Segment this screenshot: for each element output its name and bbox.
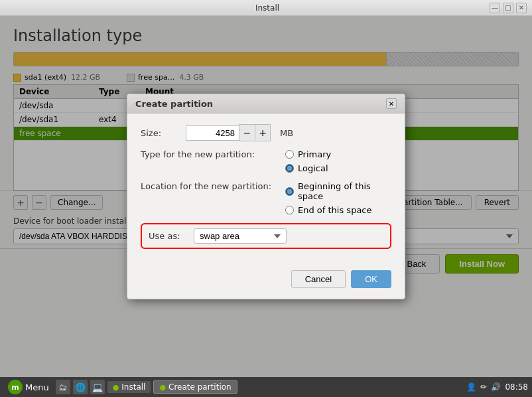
type-label: Type for the new partition:	[141, 149, 273, 159]
taskbar-icon-browser[interactable]: 🌐	[73, 380, 88, 394]
size-unit: MB	[280, 128, 293, 138]
taskbar-app-install[interactable]: ● Install	[107, 381, 151, 393]
taskbar-app-create-partition-label: Create partition	[168, 382, 232, 392]
taskbar-icon-user[interactable]: 👤	[466, 382, 476, 392]
size-input[interactable]	[186, 125, 239, 141]
close-button[interactable]: ✕	[516, 3, 527, 13]
location-beginning-radio[interactable]	[285, 187, 294, 196]
dialog-body: Size: − + MB Type for the new partition:…	[127, 114, 405, 265]
type-primary-option[interactable]: Primary	[285, 149, 331, 159]
type-logical-option[interactable]: Logical	[285, 163, 331, 173]
taskbar-app-install-label: Install	[121, 382, 145, 392]
size-input-group: − +	[186, 124, 271, 141]
type-logical-label: Logical	[298, 163, 328, 173]
menu-label: Menu	[25, 382, 49, 392]
mint-logo: m	[8, 380, 23, 394]
use-as-row: Use as: swap area ext4 ext3 ext2 ntfs Do…	[141, 223, 391, 249]
location-beginning-label: Beginning of this space	[298, 181, 391, 201]
location-row: Location for the new partition: Beginnin…	[141, 181, 391, 215]
taskbar-right: 👤 ✏️ 🔊 08:58	[466, 382, 528, 392]
size-increase-button[interactable]: +	[255, 124, 271, 141]
dialog-buttons: Cancel OK	[127, 265, 405, 299]
cancel-button[interactable]: Cancel	[291, 270, 346, 288]
title-bar: Install — □ ✕	[0, 0, 532, 16]
create-partition-dialog: Create partition ✕ Size: − + MB Type for…	[127, 94, 405, 299]
taskbar-app-create-partition[interactable]: ● Create partition	[153, 380, 237, 394]
taskbar-icon-files[interactable]: 🗂	[56, 380, 70, 394]
window-controls: — □ ✕	[490, 3, 527, 13]
location-label: Location for the new partition:	[141, 181, 273, 191]
location-beginning-option[interactable]: Beginning of this space	[285, 181, 391, 201]
dialog-title-bar: Create partition ✕	[127, 94, 405, 114]
dialog-close-button[interactable]: ✕	[386, 98, 397, 109]
location-end-radio[interactable]	[285, 206, 294, 214]
type-row: Type for the new partition: Primary Logi…	[141, 149, 391, 173]
minimize-button[interactable]: —	[490, 3, 500, 13]
type-primary-radio[interactable]	[285, 150, 294, 159]
type-logical-radio[interactable]	[285, 164, 294, 173]
location-end-option[interactable]: End of this space	[285, 205, 391, 215]
size-decrease-button[interactable]: −	[239, 124, 255, 141]
use-as-select[interactable]: swap area ext4 ext3 ext2 ntfs Do not use	[194, 228, 287, 244]
taskbar-icon-network[interactable]: ✏️	[480, 382, 487, 392]
type-radio-group: Primary Logical	[285, 149, 331, 173]
size-label: Size:	[141, 128, 180, 138]
taskbar-icon-volume[interactable]: 🔊	[491, 382, 501, 392]
taskbar-clock: 08:58	[505, 382, 528, 392]
size-row: Size: − + MB	[141, 124, 391, 141]
use-as-label: Use as:	[149, 231, 188, 241]
taskbar-menu-button[interactable]: m Menu	[4, 378, 53, 396]
location-radio-group: Beginning of this space End of this spac…	[285, 181, 391, 215]
location-end-label: End of this space	[298, 205, 372, 215]
ok-button[interactable]: OK	[351, 270, 391, 288]
type-primary-label: Primary	[298, 149, 331, 159]
modal-overlay: Create partition ✕ Size: − + MB Type for…	[0, 16, 532, 377]
taskbar: m Menu 🗂 🌐 💻 ● Install ● Create partitio…	[0, 377, 532, 397]
window-title: Install	[45, 3, 490, 13]
taskbar-icon-terminal[interactable]: 💻	[90, 380, 105, 394]
maximize-button[interactable]: □	[503, 3, 513, 13]
dialog-title: Create partition	[135, 99, 213, 109]
